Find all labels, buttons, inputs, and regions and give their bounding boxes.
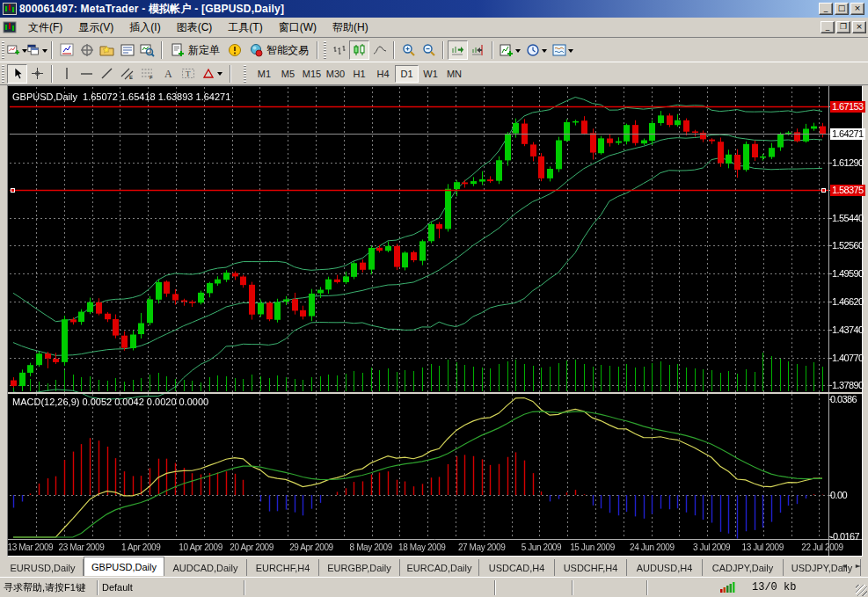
tab-eurchf-h4[interactable]: EURCHF,H4 — [247, 559, 319, 576]
tabs-scroll-left[interactable]: ◄ — [842, 562, 847, 570]
menu-w[interactable]: 窗口(W) — [271, 18, 325, 38]
timeframe-m15[interactable]: M15 — [300, 65, 324, 83]
menu-i[interactable]: 插入(I) — [121, 18, 168, 38]
timeframe-m1[interactable]: M1 — [252, 65, 276, 83]
new-order-button[interactable]: 新定单 — [166, 40, 224, 60]
price-chart-canvas[interactable] — [8, 86, 862, 556]
indicators-icon — [500, 43, 514, 57]
price-scale-label: 1.49590 — [830, 268, 865, 280]
toolbar-grip[interactable] — [244, 65, 246, 83]
child-restore-button[interactable]: ❐ — [836, 21, 850, 33]
equidistant-channel-button[interactable]: E — [117, 64, 137, 84]
child-close-button[interactable]: × — [852, 21, 866, 33]
zoom-out-button[interactable] — [419, 40, 439, 60]
text-button[interactable]: A — [157, 64, 178, 84]
timeframe-h1[interactable]: H1 — [347, 65, 371, 83]
terminal-button[interactable] — [117, 40, 137, 60]
tab-audusd-h4[interactable]: AUDUSD,H4 — [627, 559, 703, 576]
status-panel-3 — [573, 580, 646, 595]
fibonacci-icon: F — [141, 67, 155, 80]
close-button[interactable]: × — [850, 3, 864, 15]
timeframe-h4[interactable]: H4 — [371, 65, 395, 83]
fibonacci-button[interactable]: F — [137, 64, 157, 84]
menu-c[interactable]: 图表(C) — [169, 18, 221, 38]
auto-scroll-button[interactable] — [448, 40, 468, 60]
price-scale-label: 1.43740 — [830, 324, 865, 336]
timeframe-m5[interactable]: M5 — [276, 65, 300, 83]
tabs-scroll-right[interactable]: ► — [856, 562, 861, 570]
zoom-in-button[interactable] — [398, 40, 419, 60]
status-traffic: 13/0 kb — [752, 581, 796, 593]
auto-trading-button[interactable]: 智能交易 — [244, 40, 313, 60]
price-scale-label: 1.67153 — [830, 101, 865, 113]
strategy-tester-button[interactable] — [137, 40, 157, 60]
navigator-button[interactable] — [97, 40, 117, 60]
text-label-icon: T — [181, 67, 195, 80]
toolbar-grip[interactable] — [2, 41, 4, 59]
svg-text:T: T — [186, 69, 191, 78]
periods-button[interactable] — [523, 40, 550, 60]
data-window-button[interactable] — [77, 40, 97, 60]
horizontal-line-button[interactable] — [77, 64, 97, 84]
tab-cadjpy-daily[interactable]: CADJPY,Daily — [703, 559, 784, 576]
text-icon: A — [162, 67, 174, 80]
new-chart-button[interactable] — [7, 40, 27, 60]
time-axis-label: 1 Apr 2009 — [121, 542, 160, 552]
text-label-button[interactable]: T — [178, 64, 198, 84]
timeframe-d1[interactable]: D1 — [395, 65, 419, 83]
arrows-button[interactable] — [198, 64, 226, 84]
timeframe-mn[interactable]: MN — [442, 65, 466, 83]
maximize-button[interactable]: □ — [835, 3, 849, 15]
chart-shift-icon — [470, 43, 485, 57]
templates-button[interactable] — [550, 40, 576, 60]
crosshair-button[interactable] — [27, 64, 47, 84]
tab-gbpusd-daily[interactable]: GBPUSD,Daily — [84, 557, 164, 576]
profiles-icon — [27, 43, 40, 57]
indicators-button[interactable] — [497, 40, 523, 60]
metaeditor-button[interactable] — [224, 40, 244, 60]
market-watch-button[interactable] — [56, 40, 77, 60]
vertical-line-button[interactable] — [56, 64, 77, 84]
navigator-icon — [99, 43, 114, 57]
timeframe-w1[interactable]: W1 — [419, 65, 442, 83]
price-scale-label: 1.55440 — [830, 213, 865, 224]
trendline-button[interactable] — [97, 64, 117, 84]
tab-usdcad-h4[interactable]: USDCAD,H4 — [479, 559, 555, 576]
time-axis-label: 15 Jun 2009 — [570, 542, 615, 552]
cursor-button[interactable] — [7, 64, 27, 84]
new-order-label: 新定单 — [188, 43, 220, 58]
terminal-icon — [120, 43, 135, 57]
standard-toolbar: 新定单 智能交易 — [0, 39, 868, 62]
profiles-button[interactable] — [27, 40, 47, 60]
bar-chart-button[interactable] — [329, 40, 349, 60]
tab-eurgbp-daily[interactable]: EURGBP,Daily — [319, 559, 400, 576]
tab-audcad-daily[interactable]: AUDCAD,Daily — [164, 559, 247, 576]
child-minimize-button[interactable]: _ — [821, 21, 835, 33]
menu-v[interactable]: 显示(V) — [70, 18, 121, 38]
menu-h[interactable]: 帮助(H) — [325, 18, 376, 38]
tab-usdchf-h4[interactable]: USDCHF,H4 — [555, 559, 627, 576]
candlestick-chart-button[interactable] — [349, 40, 369, 60]
auto-trading-icon — [249, 43, 263, 57]
line-chart-button[interactable] — [369, 40, 390, 60]
toolbar-grip[interactable] — [324, 41, 326, 59]
svg-text:A: A — [164, 68, 172, 80]
menu-f[interactable]: 文件(F) — [20, 18, 70, 38]
tab-eurusd-daily[interactable]: EURUSD,Daily — [3, 559, 84, 576]
resize-grip[interactable] — [856, 585, 867, 596]
toolbar-grip[interactable] — [2, 65, 4, 83]
price-scale-label: 1.40770 — [830, 353, 865, 364]
vertical-line-icon — [61, 67, 73, 80]
chart-window[interactable]: GBPUSD,Daily 1.65072 1.65418 1.63893 1.6… — [7, 85, 863, 557]
connection-signal-icon — [720, 582, 740, 593]
market-watch-icon — [60, 43, 74, 57]
minimize-button[interactable]: _ — [819, 3, 833, 15]
menu-t[interactable]: 工具(T) — [220, 18, 270, 38]
status-profile[interactable]: Default — [98, 580, 244, 595]
app-icon — [3, 3, 17, 15]
candlestick-chart-icon — [353, 43, 367, 57]
chart-shift-button[interactable] — [468, 40, 488, 60]
tab-eurcad-daily[interactable]: EURCAD,Daily — [400, 559, 479, 576]
time-axis-label: 5 Jun 2009 — [522, 542, 562, 552]
timeframe-m30[interactable]: M30 — [324, 65, 347, 83]
